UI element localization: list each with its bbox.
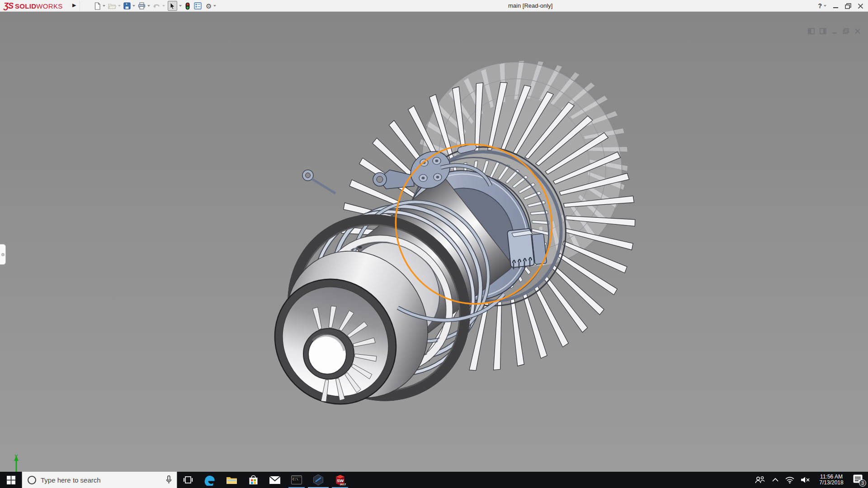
quick-access-toolbar: ⚙ xyxy=(93,0,217,12)
document-title: main [Read-only] xyxy=(508,2,552,9)
side-lug xyxy=(302,170,335,193)
file-properties-button[interactable] xyxy=(194,2,202,9)
clock-date: 7/13/2018 xyxy=(816,480,846,486)
help-icon: ? xyxy=(818,2,822,9)
taskbar-mail[interactable] xyxy=(264,472,286,488)
windows-logo-icon xyxy=(7,476,15,484)
system-tray: 11:56 AM 7/13/2018 3 xyxy=(755,472,864,488)
microphone-icon[interactable] xyxy=(165,475,172,484)
close-document-icon[interactable] xyxy=(854,28,861,34)
graphics-viewport[interactable]: Y X Z *Dimetric xyxy=(0,12,868,472)
new-document-button[interactable] xyxy=(94,2,105,10)
hexagon-app-icon xyxy=(312,474,324,486)
open-button[interactable] xyxy=(108,3,121,9)
task-view-button[interactable] xyxy=(177,472,199,488)
select-tool-caret[interactable] xyxy=(179,5,182,7)
dock-right-icon[interactable] xyxy=(820,28,826,34)
select-tool-button[interactable] xyxy=(168,1,177,11)
taskbar-store[interactable] xyxy=(242,472,264,488)
edge-icon xyxy=(204,474,216,486)
title-bar: ƷSSOLIDWORKS ▶ xyxy=(0,0,868,12)
tab-dot xyxy=(1,253,5,256)
taskbar-file-explorer[interactable] xyxy=(221,472,242,488)
print-caret[interactable] xyxy=(147,5,150,7)
triad-y-label: Y xyxy=(14,454,18,459)
svg-text:2017: 2017 xyxy=(340,483,346,486)
dock-left-icon[interactable] xyxy=(808,28,815,34)
store-icon xyxy=(248,475,259,485)
command-prompt-icon: C:\ xyxy=(291,475,302,484)
undo-caret[interactable] xyxy=(162,5,165,7)
options-gear-button[interactable]: ⚙ xyxy=(206,3,216,9)
restore-document-icon[interactable] xyxy=(843,28,849,34)
undo-button[interactable] xyxy=(153,3,165,9)
taskbar-edge[interactable] xyxy=(199,472,221,488)
file-explorer-icon xyxy=(226,475,237,485)
connector-block xyxy=(507,229,547,269)
feature-tree-collapsed-tab[interactable] xyxy=(0,244,6,265)
close-button[interactable] xyxy=(858,3,863,9)
taskbar-hexagon-app[interactable] xyxy=(307,472,329,488)
print-button[interactable] xyxy=(138,2,150,9)
menu-flyout-arrow[interactable]: ▶ xyxy=(72,2,76,8)
open-caret[interactable] xyxy=(118,5,121,7)
search-placeholder: Type here to search xyxy=(41,476,165,484)
taskbar-solidworks-2017[interactable]: SW 2017 xyxy=(329,472,351,488)
ds-logo-glyph: ƷS xyxy=(4,1,13,11)
view-stoplight-button[interactable] xyxy=(185,2,190,10)
solidworks-2017-icon: SW 2017 xyxy=(334,474,346,486)
notification-badge: 3 xyxy=(859,479,866,487)
document-window-controls xyxy=(808,28,861,34)
mail-icon xyxy=(269,476,281,484)
volume-muted-icon[interactable] xyxy=(801,476,810,483)
gear-icon: ⚙ xyxy=(206,3,212,9)
save-caret[interactable] xyxy=(132,5,135,7)
restore-button[interactable] xyxy=(845,3,851,9)
window-controls: ? xyxy=(818,0,863,12)
taskbar-command-prompt[interactable]: C:\ xyxy=(286,472,307,488)
taskbar-search-input[interactable]: Type here to search xyxy=(22,472,177,488)
clock-time: 11:56 AM xyxy=(816,474,846,480)
wifi-icon[interactable] xyxy=(785,477,794,483)
minimize-document-icon[interactable] xyxy=(831,28,838,34)
help-button[interactable]: ? xyxy=(818,2,826,9)
toolbar-separator xyxy=(80,1,80,11)
start-button[interactable] xyxy=(0,472,22,488)
solidworks-logo: ƷSSOLIDWORKS xyxy=(4,1,63,11)
taskbar-clock[interactable]: 11:56 AM 7/13/2018 xyxy=(816,474,846,486)
jet-engine-model[interactable] xyxy=(0,12,868,488)
options-caret[interactable] xyxy=(213,5,216,7)
save-button[interactable] xyxy=(123,2,135,9)
svg-text:SW: SW xyxy=(337,478,344,483)
windows-taskbar: Type here to search xyxy=(0,472,868,488)
help-caret[interactable] xyxy=(824,5,826,7)
chevron-up-icon[interactable] xyxy=(772,478,779,482)
task-view-icon xyxy=(183,475,193,484)
action-center-button[interactable]: 3 xyxy=(853,474,864,486)
cortana-icon xyxy=(28,476,36,484)
new-document-caret[interactable] xyxy=(103,5,105,7)
minimize-button[interactable] xyxy=(833,3,839,9)
people-icon[interactable] xyxy=(755,476,765,484)
